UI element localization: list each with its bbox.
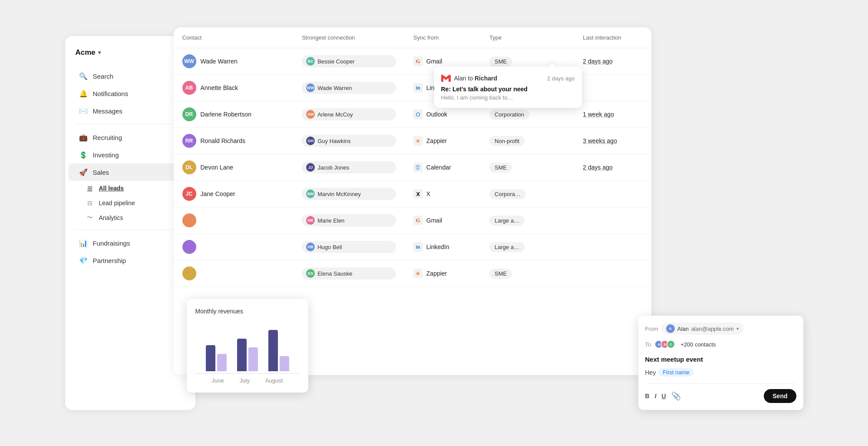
connection-avatar: HB xyxy=(306,243,315,251)
last-interaction-cell xyxy=(574,260,651,287)
table-row[interactable]: RR Ronald Richards GH Guy Hawkins ✳ Zapp… xyxy=(174,128,651,154)
email-toolbar: B I U 📎 Send xyxy=(645,389,796,403)
email-subject: Next meetup event xyxy=(645,356,796,363)
table-row[interactable]: ES Elena Sauske ✳ Zappier SME xyxy=(174,260,651,287)
email-body-text: Hey First name xyxy=(645,368,796,376)
send-button[interactable]: Send xyxy=(764,389,796,403)
sync-cell: ✳ Zappier xyxy=(405,260,481,287)
bar-group xyxy=(206,345,227,371)
sender-avatar: A xyxy=(666,324,675,333)
sync-service-name: Outlook xyxy=(426,111,447,118)
email-tooltip-popup: Alan to Richard 2 days ago Re: Let's tal… xyxy=(434,67,582,108)
attach-button[interactable]: 📎 xyxy=(671,391,681,401)
contact-name: Wade Warren xyxy=(201,58,238,65)
logo-text: Acme xyxy=(76,48,96,57)
contact-cell: RR Ronald Richards xyxy=(174,128,294,154)
sidebar-item-notifications[interactable]: 🔔 Notifications xyxy=(69,85,192,102)
table-row[interactable]: ME Marie Elen G Gmail Large a… xyxy=(174,207,651,234)
bar-group xyxy=(268,330,289,371)
sidebar-item-label: Search xyxy=(93,73,114,80)
last-interaction-text: 2 days ago xyxy=(583,58,613,65)
sidebar-item-label: Investing xyxy=(93,151,119,159)
format-buttons: B I U 📎 xyxy=(645,391,681,401)
col-connection: Strongest connection xyxy=(293,27,405,48)
sidebar-item-fundraisings[interactable]: 📊 Fundraisings xyxy=(69,234,192,252)
tooltip-time: 2 days ago xyxy=(547,75,575,82)
tooltip-preview: Hello, I am coming back to… xyxy=(441,94,575,101)
sidebar-item-label: Fundraisings xyxy=(93,240,130,247)
type-cell: Non-profit xyxy=(481,128,574,154)
chart-month-label: August xyxy=(265,377,283,384)
type-cell: SME xyxy=(481,260,574,287)
connection-name: Jacob Jones xyxy=(317,164,349,171)
sidebar-item-label: Notifications xyxy=(93,90,129,97)
last-interaction-text: 1 week ago xyxy=(583,111,614,118)
sync-cell: in LinkedIn xyxy=(405,234,481,260)
tooltip-from-info: Alan to Richard xyxy=(441,73,498,83)
sync-service-icon: ✳ xyxy=(413,269,423,278)
email-to-row: To A B C +200 contacts xyxy=(645,340,796,349)
chart-month-label: July xyxy=(240,377,250,384)
last-interaction-text: 3 weeks ago xyxy=(583,137,617,144)
contact-cell: WW Wade Warren xyxy=(174,48,294,75)
bar-dark xyxy=(206,345,215,371)
pipeline-icon: ⊟ xyxy=(86,199,94,207)
bell-icon: 🔔 xyxy=(79,89,88,98)
contact-name: Devon Lane xyxy=(201,164,234,171)
email-popup-body: From A Alan alan@apple.com ▾ To A B C +2… xyxy=(638,316,803,410)
sync-cell: 🗓 Calendar xyxy=(405,154,481,181)
connection-cell: WW Wade Warren xyxy=(293,75,405,101)
email-compose-popup: From A Alan alan@apple.com ▾ To A B C +2… xyxy=(638,316,803,410)
sidebar-item-label: All leads xyxy=(99,185,124,192)
divider xyxy=(76,230,185,230)
sidebar-item-recruiting[interactable]: 💼 Recruiting xyxy=(69,129,192,146)
first-name-tag[interactable]: First name xyxy=(658,368,693,376)
connection-cell: JJ Jacob Jones xyxy=(293,154,405,181)
contact-avatar xyxy=(182,266,196,280)
sync-service-name: Calendar xyxy=(426,164,451,171)
type-cell: Large a… xyxy=(481,207,574,234)
sync-service-icon: G xyxy=(413,57,423,66)
sidebar-item-investing[interactable]: 💲 Investing xyxy=(69,146,192,163)
table-row[interactable]: JC Jane Cooper MM Marvin McKinney X X xyxy=(174,181,651,207)
type-badge: SME xyxy=(489,163,512,173)
sidebar-item-search[interactable]: 🔍 Search xyxy=(69,67,192,85)
underline-button[interactable]: U xyxy=(662,393,666,399)
italic-button[interactable]: I xyxy=(655,393,657,399)
sync-service-icon: O xyxy=(413,110,423,119)
type-badge: Large a… xyxy=(489,242,525,252)
connection-name: Hugo Bell xyxy=(317,244,342,250)
sidebar-item-partnership[interactable]: 💎 Partnership xyxy=(69,252,192,269)
from-chevron-icon[interactable]: ▾ xyxy=(736,326,739,332)
tooltip-header: Alan to Richard 2 days ago xyxy=(441,73,575,83)
table-wrapper: Contact Strongest connection Sync from T… xyxy=(174,27,651,287)
connection-name: Guy Hawkins xyxy=(317,138,351,144)
sidebar-item-label: Analytics xyxy=(99,214,123,221)
last-interaction-cell xyxy=(574,75,651,101)
sync-service-name: Gmail xyxy=(426,58,442,65)
connection-name: Arlene McCoy xyxy=(317,111,353,118)
table-row[interactable]: DL Devon Lane JJ Jacob Jones 🗓 Calendar xyxy=(174,154,651,181)
from-info[interactable]: A Alan alan@apple.com ▾ xyxy=(662,323,743,335)
last-interaction-text: 2 days ago xyxy=(583,164,613,171)
bar-light xyxy=(248,347,258,371)
sync-service-name: LinkedIn xyxy=(426,243,449,250)
contact-cell xyxy=(174,260,294,287)
connection-avatar: GH xyxy=(306,136,315,145)
connection-cell: ME Marie Elen xyxy=(293,207,405,234)
sidebar-item-messages[interactable]: ✉️ Messages xyxy=(69,102,192,120)
type-badge: Non-profit xyxy=(489,136,525,146)
sync-service-icon: G xyxy=(413,216,423,225)
connection-name: Wade Warren xyxy=(317,85,352,91)
connection-avatar: JJ xyxy=(306,163,315,172)
last-interaction-cell xyxy=(574,207,651,234)
bold-button[interactable]: B xyxy=(645,393,650,399)
sidebar-item-sales[interactable]: 🚀 Sales xyxy=(69,163,192,181)
briefcase-icon: 💼 xyxy=(79,133,88,142)
chart-title: Monthly revenues xyxy=(195,308,300,315)
contact-avatar: DL xyxy=(182,160,196,174)
last-interaction-cell xyxy=(574,234,651,260)
connection-name: Marie Elen xyxy=(317,217,344,224)
col-interaction: Last interaction xyxy=(574,27,651,48)
table-row[interactable]: HB Hugo Bell in LinkedIn Large a… xyxy=(174,234,651,260)
